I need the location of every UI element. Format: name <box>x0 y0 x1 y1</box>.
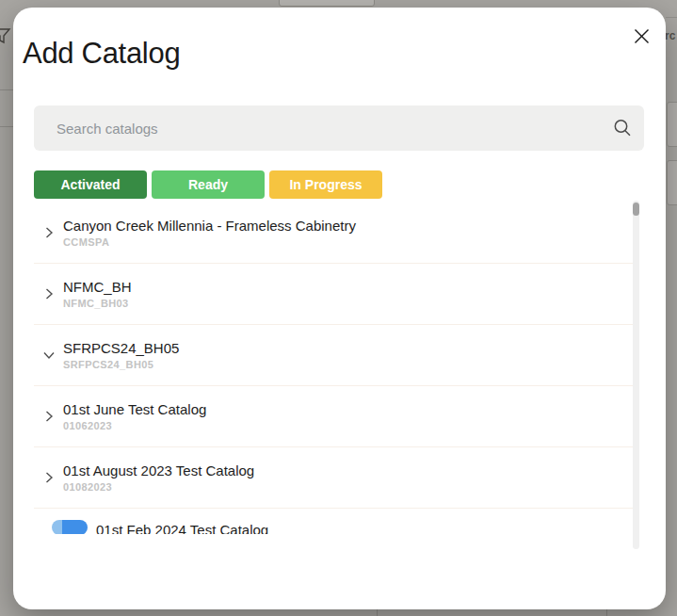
catalog-list-item[interactable]: Canyon Creek Millennia - Frameless Cabin… <box>34 203 633 264</box>
background-border-line <box>666 17 677 18</box>
list-scrollbar-track[interactable] <box>633 201 639 549</box>
search-input[interactable] <box>34 105 601 151</box>
chevron-right-icon[interactable] <box>42 287 56 300</box>
catalog-code: 01062023 <box>63 420 206 431</box>
chevron-right-icon[interactable] <box>42 471 56 484</box>
catalog-list-item[interactable]: 01st June Test Catalog 01062023 <box>34 386 633 447</box>
filter-badge-in-progress[interactable]: In Progress <box>269 170 382 199</box>
background-partial-text: rc <box>665 29 675 42</box>
catalog-code: NFMC_BH03 <box>63 298 132 309</box>
filter-badge-activated[interactable]: Activated <box>34 170 147 199</box>
background-partial-button <box>667 160 677 205</box>
add-catalog-modal: Add Catalog Activated Ready In Progress … <box>13 8 666 609</box>
catalog-list-item[interactable]: 01st August 2023 Test Catalog 01082023 <box>34 447 633 509</box>
search-button[interactable] <box>601 105 644 151</box>
filter-badge-ready[interactable]: Ready <box>152 170 265 199</box>
chevron-right-icon[interactable] <box>42 226 56 239</box>
catalog-list-item[interactable]: 01st Feb 2024 Test Catalog <box>34 509 633 534</box>
catalog-code: SRFPCS24_BH05 <box>63 359 179 370</box>
close-icon <box>634 28 650 44</box>
catalog-list-item[interactable]: SFRPCS24_BH05 SRFPCS24_BH05 <box>34 325 633 386</box>
close-button[interactable] <box>629 24 653 48</box>
catalog-list-item[interactable]: NFMC_BH NFMC_BH03 <box>34 264 633 325</box>
catalog-name: 01st Feb 2024 Test Catalog <box>96 522 268 534</box>
page-title: Add Catalog <box>23 37 180 71</box>
background-partial-panel <box>279 0 375 7</box>
chevron-right-icon[interactable] <box>42 410 56 423</box>
catalog-name: Canyon Creek Millennia - Frameless Cabin… <box>63 218 356 234</box>
catalog-name: SFRPCS24_BH05 <box>63 340 179 356</box>
catalog-code: 01082023 <box>63 481 254 493</box>
background-column-divider <box>606 609 607 616</box>
search-icon <box>612 118 633 138</box>
catalog-list: Canyon Creek Millennia - Frameless Cabin… <box>34 203 633 534</box>
catalog-name: 01st August 2023 Test Catalog <box>63 462 254 478</box>
search-bar <box>34 105 644 151</box>
background-partial-button <box>667 102 677 147</box>
background-table-row-line <box>0 89 13 90</box>
catalog-name: NFMC_BH <box>63 279 132 295</box>
catalog-code: CCMSPA <box>63 236 356 248</box>
catalog-name: 01st June Test Catalog <box>63 401 206 417</box>
background-table-row-line <box>0 126 13 127</box>
background-column-divider <box>377 609 378 616</box>
list-scrollbar-thumb[interactable] <box>633 203 639 216</box>
chevron-down-icon[interactable] <box>42 349 56 362</box>
filter-funnel-icon <box>0 26 11 45</box>
filter-badges: Activated Ready In Progress <box>34 170 382 199</box>
catalog-thumbnail <box>52 520 88 534</box>
